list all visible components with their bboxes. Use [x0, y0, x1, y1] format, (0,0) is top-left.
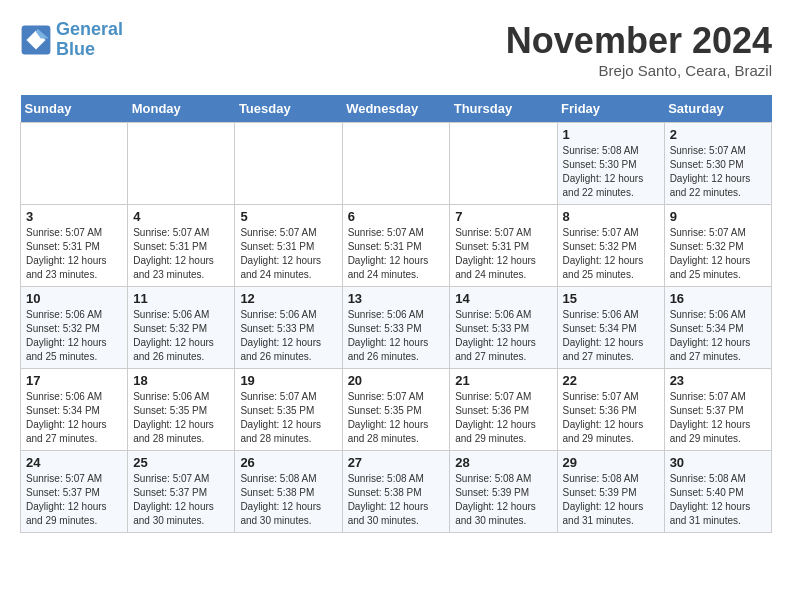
day-cell: 30Sunrise: 5:08 AMSunset: 5:40 PMDayligh…	[664, 451, 771, 533]
day-cell: 14Sunrise: 5:06 AMSunset: 5:33 PMDayligh…	[450, 287, 557, 369]
day-number: 7	[455, 209, 551, 224]
day-number: 24	[26, 455, 122, 470]
day-cell: 7Sunrise: 5:07 AMSunset: 5:31 PMDaylight…	[450, 205, 557, 287]
day-number: 30	[670, 455, 766, 470]
day-info: Sunrise: 5:06 AMSunset: 5:34 PMDaylight:…	[26, 390, 122, 446]
week-row-5: 24Sunrise: 5:07 AMSunset: 5:37 PMDayligh…	[21, 451, 772, 533]
day-info: Sunrise: 5:07 AMSunset: 5:31 PMDaylight:…	[455, 226, 551, 282]
day-number: 11	[133, 291, 229, 306]
day-cell: 26Sunrise: 5:08 AMSunset: 5:38 PMDayligh…	[235, 451, 342, 533]
day-number: 3	[26, 209, 122, 224]
day-info: Sunrise: 5:06 AMSunset: 5:34 PMDaylight:…	[563, 308, 659, 364]
logo: General Blue	[20, 20, 123, 60]
day-number: 10	[26, 291, 122, 306]
day-number: 9	[670, 209, 766, 224]
day-cell	[342, 123, 450, 205]
logo-icon	[20, 24, 52, 56]
day-cell: 20Sunrise: 5:07 AMSunset: 5:35 PMDayligh…	[342, 369, 450, 451]
day-cell: 25Sunrise: 5:07 AMSunset: 5:37 PMDayligh…	[128, 451, 235, 533]
day-number: 25	[133, 455, 229, 470]
day-cell	[21, 123, 128, 205]
day-info: Sunrise: 5:08 AMSunset: 5:30 PMDaylight:…	[563, 144, 659, 200]
day-info: Sunrise: 5:08 AMSunset: 5:38 PMDaylight:…	[240, 472, 336, 528]
day-number: 21	[455, 373, 551, 388]
day-info: Sunrise: 5:08 AMSunset: 5:39 PMDaylight:…	[455, 472, 551, 528]
day-number: 23	[670, 373, 766, 388]
day-info: Sunrise: 5:08 AMSunset: 5:39 PMDaylight:…	[563, 472, 659, 528]
day-number: 5	[240, 209, 336, 224]
day-info: Sunrise: 5:06 AMSunset: 5:33 PMDaylight:…	[455, 308, 551, 364]
day-info: Sunrise: 5:07 AMSunset: 5:37 PMDaylight:…	[26, 472, 122, 528]
day-cell: 15Sunrise: 5:06 AMSunset: 5:34 PMDayligh…	[557, 287, 664, 369]
day-cell: 5Sunrise: 5:07 AMSunset: 5:31 PMDaylight…	[235, 205, 342, 287]
day-info: Sunrise: 5:06 AMSunset: 5:33 PMDaylight:…	[348, 308, 445, 364]
header-cell-friday: Friday	[557, 95, 664, 123]
day-number: 6	[348, 209, 445, 224]
day-info: Sunrise: 5:07 AMSunset: 5:31 PMDaylight:…	[240, 226, 336, 282]
day-cell: 10Sunrise: 5:06 AMSunset: 5:32 PMDayligh…	[21, 287, 128, 369]
day-number: 29	[563, 455, 659, 470]
header-cell-sunday: Sunday	[21, 95, 128, 123]
day-cell: 8Sunrise: 5:07 AMSunset: 5:32 PMDaylight…	[557, 205, 664, 287]
day-cell: 29Sunrise: 5:08 AMSunset: 5:39 PMDayligh…	[557, 451, 664, 533]
day-info: Sunrise: 5:06 AMSunset: 5:32 PMDaylight:…	[133, 308, 229, 364]
day-cell: 2Sunrise: 5:07 AMSunset: 5:30 PMDaylight…	[664, 123, 771, 205]
day-number: 12	[240, 291, 336, 306]
day-info: Sunrise: 5:06 AMSunset: 5:33 PMDaylight:…	[240, 308, 336, 364]
day-number: 28	[455, 455, 551, 470]
logo-line1: General	[56, 19, 123, 39]
title-block: November 2024 Brejo Santo, Ceara, Brazil	[506, 20, 772, 79]
day-number: 19	[240, 373, 336, 388]
day-number: 17	[26, 373, 122, 388]
day-info: Sunrise: 5:07 AMSunset: 5:35 PMDaylight:…	[240, 390, 336, 446]
day-info: Sunrise: 5:07 AMSunset: 5:32 PMDaylight:…	[670, 226, 766, 282]
header-cell-tuesday: Tuesday	[235, 95, 342, 123]
location: Brejo Santo, Ceara, Brazil	[506, 62, 772, 79]
day-cell: 24Sunrise: 5:07 AMSunset: 5:37 PMDayligh…	[21, 451, 128, 533]
day-info: Sunrise: 5:07 AMSunset: 5:35 PMDaylight:…	[348, 390, 445, 446]
day-info: Sunrise: 5:06 AMSunset: 5:34 PMDaylight:…	[670, 308, 766, 364]
day-number: 18	[133, 373, 229, 388]
day-info: Sunrise: 5:07 AMSunset: 5:36 PMDaylight:…	[455, 390, 551, 446]
day-number: 26	[240, 455, 336, 470]
day-number: 4	[133, 209, 229, 224]
day-info: Sunrise: 5:07 AMSunset: 5:37 PMDaylight:…	[670, 390, 766, 446]
day-info: Sunrise: 5:07 AMSunset: 5:31 PMDaylight:…	[133, 226, 229, 282]
week-row-3: 10Sunrise: 5:06 AMSunset: 5:32 PMDayligh…	[21, 287, 772, 369]
day-info: Sunrise: 5:07 AMSunset: 5:36 PMDaylight:…	[563, 390, 659, 446]
day-cell	[450, 123, 557, 205]
week-row-1: 1Sunrise: 5:08 AMSunset: 5:30 PMDaylight…	[21, 123, 772, 205]
day-info: Sunrise: 5:07 AMSunset: 5:31 PMDaylight:…	[26, 226, 122, 282]
day-cell: 21Sunrise: 5:07 AMSunset: 5:36 PMDayligh…	[450, 369, 557, 451]
header-cell-monday: Monday	[128, 95, 235, 123]
day-info: Sunrise: 5:06 AMSunset: 5:35 PMDaylight:…	[133, 390, 229, 446]
day-info: Sunrise: 5:07 AMSunset: 5:37 PMDaylight:…	[133, 472, 229, 528]
day-number: 20	[348, 373, 445, 388]
day-info: Sunrise: 5:07 AMSunset: 5:30 PMDaylight:…	[670, 144, 766, 200]
day-info: Sunrise: 5:07 AMSunset: 5:31 PMDaylight:…	[348, 226, 445, 282]
day-cell: 28Sunrise: 5:08 AMSunset: 5:39 PMDayligh…	[450, 451, 557, 533]
day-info: Sunrise: 5:08 AMSunset: 5:38 PMDaylight:…	[348, 472, 445, 528]
day-cell: 22Sunrise: 5:07 AMSunset: 5:36 PMDayligh…	[557, 369, 664, 451]
header-cell-wednesday: Wednesday	[342, 95, 450, 123]
day-cell: 11Sunrise: 5:06 AMSunset: 5:32 PMDayligh…	[128, 287, 235, 369]
day-number: 27	[348, 455, 445, 470]
day-cell: 16Sunrise: 5:06 AMSunset: 5:34 PMDayligh…	[664, 287, 771, 369]
day-number: 15	[563, 291, 659, 306]
day-cell: 19Sunrise: 5:07 AMSunset: 5:35 PMDayligh…	[235, 369, 342, 451]
header-cell-saturday: Saturday	[664, 95, 771, 123]
day-info: Sunrise: 5:07 AMSunset: 5:32 PMDaylight:…	[563, 226, 659, 282]
day-number: 16	[670, 291, 766, 306]
week-row-2: 3Sunrise: 5:07 AMSunset: 5:31 PMDaylight…	[21, 205, 772, 287]
day-number: 8	[563, 209, 659, 224]
day-cell	[235, 123, 342, 205]
week-row-4: 17Sunrise: 5:06 AMSunset: 5:34 PMDayligh…	[21, 369, 772, 451]
month-title: November 2024	[506, 20, 772, 62]
day-cell: 6Sunrise: 5:07 AMSunset: 5:31 PMDaylight…	[342, 205, 450, 287]
day-info: Sunrise: 5:06 AMSunset: 5:32 PMDaylight:…	[26, 308, 122, 364]
page-header: General Blue November 2024 Brejo Santo, …	[20, 20, 772, 79]
day-cell: 9Sunrise: 5:07 AMSunset: 5:32 PMDaylight…	[664, 205, 771, 287]
day-cell: 18Sunrise: 5:06 AMSunset: 5:35 PMDayligh…	[128, 369, 235, 451]
day-number: 13	[348, 291, 445, 306]
logo-line2: Blue	[56, 39, 95, 59]
